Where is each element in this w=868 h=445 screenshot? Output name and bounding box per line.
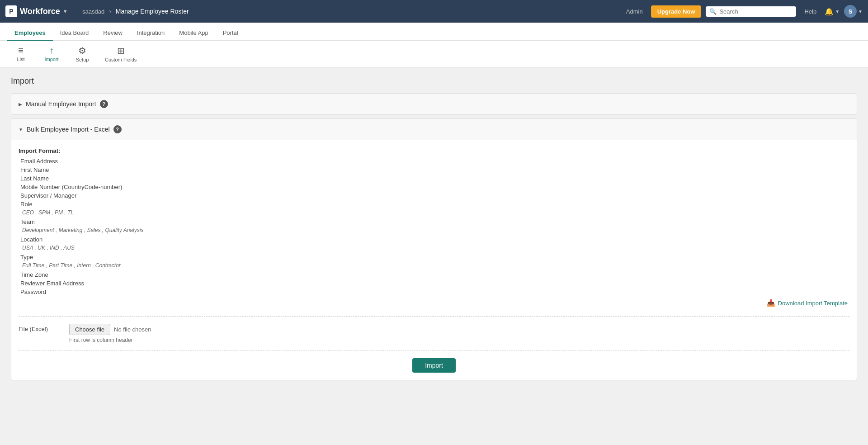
field-location: Location — [19, 236, 849, 243]
user-menu[interactable]: S ▼ — [844, 5, 863, 18]
toolbar-setup[interactable]: ⚙ Setup — [69, 43, 96, 64]
field-type-options: Full Time , Part Time , Intern , Contrac… — [19, 262, 849, 269]
admin-label: Admin — [626, 8, 643, 15]
field-last-name: Last Name — [19, 175, 849, 182]
import-btn-row: Import — [19, 350, 849, 373]
toolbar-list[interactable]: ≡ List — [7, 43, 34, 64]
manual-import-help-icon[interactable]: ? — [100, 100, 108, 108]
breadcrumb-current: Manage Employee Roster — [116, 8, 189, 15]
choose-file-button[interactable]: Choose file — [69, 324, 110, 335]
bulk-import-title: Bulk Employee Import - Excel — [27, 126, 110, 133]
breadcrumb-separator: › — [109, 8, 111, 15]
field-first-name: First Name — [19, 166, 849, 173]
import-icon: ↑ — [49, 45, 54, 56]
toolbar-setup-label: Setup — [76, 57, 89, 62]
top-navbar: P Workforce ▼ saasdad › Manage Employee … — [0, 0, 868, 23]
toolbar-list-label: List — [17, 57, 24, 62]
nav-item-review[interactable]: Review — [96, 26, 130, 41]
manual-import-arrow: ▶ — [19, 102, 22, 107]
search-input[interactable] — [719, 8, 787, 15]
help-label[interactable]: Help — [804, 8, 816, 15]
manual-import-title: Manual Employee Import — [26, 100, 96, 108]
field-role-options: CEO , SPM , PM , TL — [19, 209, 849, 216]
bulk-import-header[interactable]: ▼ Bulk Employee Import - Excel ? — [11, 119, 857, 140]
field-email: Email Address — [19, 158, 849, 165]
bulk-import-body: Import Format: Email Address First Name … — [11, 140, 857, 380]
search-icon: 🔍 — [709, 8, 717, 15]
field-timezone: Time Zone — [19, 271, 849, 278]
nav-item-mobile-app[interactable]: Mobile App — [172, 26, 215, 41]
import-button[interactable]: Import — [412, 358, 456, 373]
field-mobile: Mobile Number (CountryCode-number) — [19, 184, 849, 190]
field-location-options: USA , UK , IND , AUS — [19, 245, 849, 251]
icon-toolbar: ≡ List ↑ Import ⚙ Setup ⊞ Custom Fields — [0, 41, 868, 67]
upgrade-button[interactable]: Upgrade Now — [651, 5, 702, 18]
logo-icon: P — [5, 5, 17, 17]
avatar: S — [844, 5, 857, 18]
brand-dropdown-icon[interactable]: ▼ — [63, 9, 68, 14]
file-picker-row: Choose file No file chosen — [69, 324, 151, 335]
field-reviewer-email: Reviewer Email Address — [19, 280, 849, 287]
bell-icon: 🔔 — [825, 7, 834, 16]
toolbar-custom-fields-label: Custom Fields — [105, 57, 137, 62]
download-link-text: Download Import Template — [778, 300, 848, 307]
bell-dropdown-icon: ▼ — [835, 9, 840, 14]
list-icon: ≡ — [18, 45, 24, 56]
breadcrumb-user: saasdad — [82, 8, 104, 15]
bulk-import-help-icon[interactable]: ? — [113, 125, 122, 133]
download-template-link[interactable]: 📥 Download Import Template — [767, 299, 848, 307]
nav-item-portal[interactable]: Portal — [216, 26, 245, 41]
field-team-options: Development , Marketing , Sales , Qualit… — [19, 227, 849, 233]
main-content: Import ▶ Manual Employee Import ? ▼ Bulk… — [0, 67, 868, 393]
file-input-wrap: Choose file No file chosen First row is … — [69, 324, 151, 343]
no-file-text: No file chosen — [114, 326, 151, 333]
field-password: Password — [19, 289, 849, 295]
toolbar-custom-fields[interactable]: ⊞ Custom Fields — [99, 43, 142, 64]
toolbar-import[interactable]: ↑ Import — [38, 43, 65, 64]
secondary-nav: Employees Idea Board Review Integration … — [0, 23, 868, 41]
search-box[interactable]: 🔍 — [706, 6, 796, 17]
nav-item-employees[interactable]: Employees — [7, 26, 53, 41]
file-input-row: File (Excel) Choose file No file chosen … — [19, 316, 849, 343]
brand-logo[interactable]: P Workforce ▼ — [5, 5, 78, 17]
toolbar-import-label: Import — [44, 57, 58, 62]
manual-import-header[interactable]: ▶ Manual Employee Import ? — [11, 94, 857, 114]
manual-import-section: ▶ Manual Employee Import ? — [11, 93, 857, 115]
page-title: Import — [11, 76, 857, 86]
field-role: Role — [19, 201, 849, 208]
notification-bell[interactable]: 🔔 ▼ — [825, 7, 840, 16]
nav-item-idea-board[interactable]: Idea Board — [53, 26, 96, 41]
brand-name: Workforce — [20, 7, 60, 16]
import-format-label: Import Format: — [19, 147, 849, 154]
user-dropdown-icon: ▼ — [858, 9, 863, 14]
bulk-import-section: ▼ Bulk Employee Import - Excel ? Import … — [11, 118, 857, 380]
file-label: File (Excel) — [19, 324, 64, 332]
field-type: Type — [19, 254, 849, 260]
field-team: Team — [19, 218, 849, 225]
bulk-import-arrow: ▼ — [19, 127, 23, 132]
download-icon: 📥 — [767, 299, 775, 307]
custom-fields-icon: ⊞ — [117, 45, 125, 56]
download-row: 📥 Download Import Template — [19, 299, 849, 307]
nav-item-integration[interactable]: Integration — [130, 26, 172, 41]
field-supervisor: Supervisor / Manager — [19, 192, 849, 199]
setup-icon: ⚙ — [78, 45, 86, 56]
first-row-hint: First row is column header — [69, 337, 151, 343]
